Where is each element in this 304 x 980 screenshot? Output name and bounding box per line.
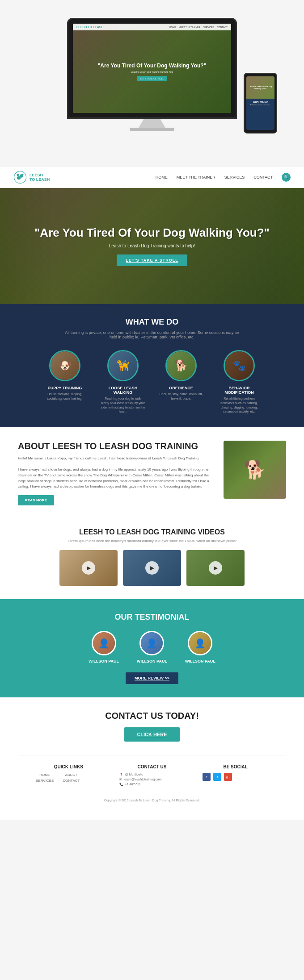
svg-point-4 [22,174,24,176]
about-title: ABOUT LEESH TO LEASH DOG TRAINING [18,441,215,451]
about-para-2: I have always had a love for dogs, and a… [18,467,215,490]
testimonial-1: 👤 WILLSON PAUL [89,631,119,663]
avatar-3: 👤 [188,631,212,655]
facebook-icon[interactable]: f [203,773,211,781]
phone-frame: "Are You Tired Of Your Dog Walking You?"… [244,73,277,133]
hero-subtitle: Leash to Leash Dog Training wants to hel… [34,243,270,248]
service-circle-1: 🐶 [49,350,80,381]
site-logo: LEESH TO LEASH [13,171,50,184]
service-loose-leash: 🦮 LOOSE LEASH WALKING Teaching your dog … [101,350,145,414]
avatar-1: 👤 [92,631,116,655]
website-preview: LEESH TO LEASH HOME MEET THE TRAINER SER… [0,167,304,820]
hero-content: "Are You Tired Of Your Dog Walking You?"… [34,226,270,266]
testimonial-name-1: WILLSON PAUL [89,659,119,663]
service-behavior: 🐾 BEHAVIOR MODIFICATION Rehabilitating p… [217,350,262,414]
google-plus-icon[interactable]: g+ [224,773,232,781]
video-thumbnail-1[interactable]: ▶ [59,550,118,586]
videos-subtitle: Lorem Ipsum has been the industry's stan… [18,539,286,543]
logo-dog-icon [13,171,27,184]
service-circle-3: 🐕 [165,350,197,381]
twitter-icon[interactable]: t [213,773,221,781]
footer-link-services[interactable]: SERVICES [36,779,54,783]
search-button[interactable]: 🔍 [282,173,291,182]
contact-cta-button[interactable]: CLICK HERE [124,727,179,742]
video-thumbnail-2[interactable]: ▶ [123,550,181,586]
testimonial-2: 👤 WILLSON PAUL [137,631,167,663]
video-thumbnail-3[interactable]: ▶ [186,550,245,586]
phone-screen: "Are You Tired Of Your Dog Walking You?"… [246,76,274,130]
more-review-button[interactable]: MORE REVIEW >> [126,672,178,684]
footer-contact-title: CONTACT US [119,764,185,769]
email-icon: ✉ [119,778,122,781]
videos-grid: ▶ ▶ ▶ [18,550,286,586]
footer-address: 📍 @ Monticello [119,773,185,776]
hero-section: "Are You Tired Of Your Dog Walking You?"… [0,188,304,304]
service-desc-2: Teaching your dog to walk nicely on a lo… [101,396,145,414]
nav-home[interactable]: HOME [156,175,168,179]
footer-link-contact[interactable]: CONTACT [63,779,80,783]
hero-cta-button[interactable]: LET'S TAKE A STROLL [117,254,187,266]
testimonials-row: 👤 WILLSON PAUL 👤 WILLSON PAUL 👤 WILLSON … [18,631,286,663]
footer-contact-us: CONTACT US 📍 @ Monticello ✉ leash@leasht… [119,764,185,788]
nav-links: HOME MEET THE TRAINER SERVICES CONTACT 🔍 [156,173,291,182]
footer-links-columns: HOME SERVICES ABOUT CONTACT [36,773,101,784]
monitor-hero-sub: Leash to Leash Dog Training wants to hel… [131,71,173,73]
contact-title: CONTACT US TODAY! [18,711,286,721]
about-para-1: Hello! My name is Laura Kopp, my friends… [18,456,215,462]
videos-title: LEESH TO LEASH DOG TRAINING VIDEOS [18,528,286,536]
hero-tree-right [268,188,304,304]
hero-title: "Are You Tired Of Your Dog Walking You?" [34,226,270,240]
footer-copyright: Copyright © 2016 Leash To Leash Dog Trai… [36,795,268,802]
service-circle-2: 🦮 [107,350,139,381]
footer-link-home[interactable]: HOME [36,773,54,777]
monitor-screen: LEESH TO LEASH HOME MEET THE TRAINER SER… [73,24,231,113]
about-image: 🐕 [224,441,286,499]
nav-meet-trainer[interactable]: MEET THE TRAINER [177,175,215,179]
footer-link-about[interactable]: ABOUT [63,773,80,777]
footer-phone: 📞 +1 467 611 [119,783,185,786]
monitor-hero: "Are You Tired Of Your Dog Walking You?"… [73,30,231,113]
footer-quick-links-title: QUICK LINKS [36,764,101,769]
device-mockup-section: LEESH TO LEASH HOME MEET THE TRAINER SER… [0,0,304,158]
phone-hero-text: "Are You Tired Of Your Dog Walking You?" [246,84,274,91]
monitor-hero-btn: LET'S TAKE A STROLL [137,76,167,81]
service-desc-4: Rehabilitating problem behaviors such as… [217,396,262,414]
what-we-do-title: WHAT WE DO [18,317,286,327]
nav-services[interactable]: SERVICES [224,175,245,179]
monitor-nav-links: HOME MEET THE TRAINER SERVICES CONTACT [169,26,228,29]
phone-hero: "Are You Tired Of Your Dog Walking You?" [246,76,274,99]
service-title-1: PUPPY TRAINING [42,386,87,390]
monitor-mockup: LEESH TO LEASH HOME MEET THE TRAINER SER… [67,18,237,131]
services-grid: 🐶 PUPPY TRAINING House breaking, nipping… [18,350,286,414]
monitor-logo: LEESH TO LEASH [76,25,104,29]
testimonial-name-2: WILLSON PAUL [137,659,167,663]
play-button-1[interactable]: ▶ [82,561,95,575]
play-button-2[interactable]: ▶ [145,561,159,575]
svg-point-3 [17,174,19,176]
service-puppy-training: 🐶 PUPPY TRAINING House breaking, nipping… [42,350,87,414]
phone-mockup: "Are You Tired Of Your Dog Walking You?"… [244,73,277,133]
about-section: ABOUT LEESH TO LEASH DOG TRAINING Hello!… [0,427,304,519]
service-title-4: BEHAVIOR MODIFICATION [217,386,262,395]
monitor-frame: LEESH TO LEASH HOME MEET THE TRAINER SER… [67,18,237,119]
play-button-3[interactable]: ▶ [209,561,222,575]
service-desc-1: House breaking, nipping, socializing, cr… [42,392,87,401]
monitor-screen-content: LEESH TO LEASH HOME MEET THE TRAINER SER… [73,24,231,113]
footer-quick-links: QUICK LINKS HOME SERVICES ABOUT CONTACT [36,764,101,788]
nav-contact[interactable]: CONTACT [253,175,273,179]
site-navigation: LEESH TO LEASH HOME MEET THE TRAINER SER… [0,167,304,188]
what-we-do-section: WHAT WE DO All training is private, one … [0,304,304,427]
footer-social-title: BE SOCIAL [203,764,268,769]
phone-icon: 📞 [119,783,123,786]
service-obedience: 🐕 OBEDIENCE Heel, sit, stay, come, down,… [159,350,203,414]
monitor-hero-title: "Are You Tired Of Your Dog Walking You?" [98,63,207,69]
logo-line1: LEESH [30,173,50,177]
monitor-stand [139,119,165,128]
location-icon: 📍 [119,773,123,776]
footer: QUICK LINKS HOME SERVICES ABOUT CONTACT … [18,755,286,806]
footer-columns: QUICK LINKS HOME SERVICES ABOUT CONTACT … [36,764,268,788]
testimonial-name-3: WILLSON PAUL [185,659,215,663]
leash-icon: 🦮 [116,359,130,372]
phone-section-desc: All training is private, one on one... [248,104,273,106]
read-more-button[interactable]: READ MORE [18,495,54,505]
